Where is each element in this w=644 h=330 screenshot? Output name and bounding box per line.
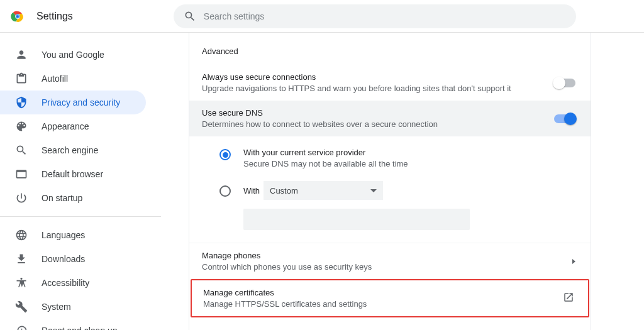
secure-dns-title: Use secure DNS xyxy=(202,108,438,118)
sidebar-item-label: Autofill xyxy=(42,74,68,84)
sidebar-item-label: Default browser xyxy=(42,169,103,179)
palette-icon xyxy=(15,120,28,133)
sidebar-item-appearance[interactable]: Appearance xyxy=(0,114,146,138)
sidebar-item-label: Languages xyxy=(42,230,85,240)
secure-connections-title: Always use secure connections xyxy=(202,72,511,82)
sidebar-item-label: Appearance xyxy=(42,121,89,131)
row-manage-phones[interactable]: Manage phones Control which phones you u… xyxy=(189,243,591,279)
dns-opt1-subtitle: Secure DNS may not be available all the … xyxy=(243,159,408,168)
search-icon xyxy=(15,144,28,157)
sidebar-item-label: Accessibility xyxy=(42,278,89,288)
wrench-icon xyxy=(15,300,28,313)
manage-phones-subtitle: Control which phones you use as security… xyxy=(202,262,372,272)
sidebar-item-system[interactable]: System xyxy=(0,295,146,319)
main-panel: Advanced Always use secure connections U… xyxy=(189,33,591,330)
sidebar-item-on-startup[interactable]: On startup xyxy=(0,186,146,210)
search-icon xyxy=(184,10,196,23)
open-external-icon xyxy=(563,292,574,305)
sidebar-item-search-engine[interactable]: Search engine xyxy=(0,138,146,162)
secure-dns-toggle[interactable] xyxy=(554,114,575,123)
sidebar-item-default-browser[interactable]: Default browser xyxy=(0,162,146,186)
radio-icon[interactable] xyxy=(219,185,231,197)
sidebar-item-label: You and Google xyxy=(42,50,104,60)
sidebar-item-privacy[interactable]: Privacy and security xyxy=(0,91,146,114)
sidebar-item-label: Privacy and security xyxy=(42,97,120,107)
section-advanced-heading: Advanced xyxy=(189,33,591,65)
dns-custom-input[interactable] xyxy=(243,209,470,230)
manage-certs-title: Manage certificates xyxy=(203,288,367,297)
sidebar-item-label: Reset and clean up xyxy=(42,326,118,330)
browser-icon xyxy=(15,168,28,180)
chevron-down-icon xyxy=(370,189,377,192)
sidebar-item-label: On startup xyxy=(42,193,82,203)
sidebar-divider xyxy=(0,216,161,217)
globe-icon xyxy=(15,229,28,241)
dns-dropdown-value: Custom xyxy=(270,186,298,195)
power-icon xyxy=(15,192,28,204)
row-manage-certificates[interactable]: Manage certificates Manage HTTPS/SSL cer… xyxy=(191,279,589,317)
download-icon xyxy=(15,253,28,265)
dns-opt2-title: With xyxy=(243,186,260,195)
shield-icon xyxy=(15,96,28,109)
sidebar-item-you-and-google[interactable]: You and Google xyxy=(0,43,146,67)
search-box[interactable] xyxy=(174,4,576,28)
person-icon xyxy=(15,48,28,61)
radio-icon[interactable] xyxy=(219,149,231,160)
sidebar-item-label: System xyxy=(42,302,71,312)
row-secure-connections: Always use secure connections Upgrade na… xyxy=(189,65,591,101)
manage-certs-subtitle: Manage HTTPS/SSL certificates and settin… xyxy=(203,299,367,309)
manage-phones-title: Manage phones xyxy=(202,251,372,260)
sidebar-item-downloads[interactable]: Downloads xyxy=(0,247,146,271)
chevron-right-icon xyxy=(572,259,575,264)
sidebar-item-label: Search engine xyxy=(42,145,98,155)
sidebar: You and Google Autofill Privacy and secu… xyxy=(0,33,161,330)
secure-connections-subtitle: Upgrade navigations to HTTPS and warn yo… xyxy=(202,84,511,93)
svg-point-3 xyxy=(16,15,19,18)
dns-option-current-provider[interactable]: With your current service provider Secur… xyxy=(219,141,578,175)
accessibility-icon xyxy=(15,277,28,289)
sidebar-item-accessibility[interactable]: Accessibility xyxy=(0,271,146,295)
secure-dns-options: With your current service provider Secur… xyxy=(189,136,591,243)
sidebar-item-label: Downloads xyxy=(42,254,85,264)
search-input[interactable] xyxy=(204,11,566,21)
dns-option-custom[interactable]: With Custom xyxy=(219,175,578,206)
row-secure-dns: Use secure DNS Determines how to connect… xyxy=(189,101,591,136)
page-title: Settings xyxy=(36,11,73,22)
sidebar-item-languages[interactable]: Languages xyxy=(0,223,146,247)
secure-connections-toggle[interactable] xyxy=(554,79,575,87)
chrome-logo-icon xyxy=(10,9,25,24)
restore-icon xyxy=(15,324,28,330)
clipboard-icon xyxy=(15,72,28,85)
header: Settings xyxy=(0,0,644,33)
sidebar-item-reset[interactable]: Reset and clean up xyxy=(0,319,146,330)
dns-provider-dropdown[interactable]: Custom xyxy=(264,181,383,200)
secure-dns-subtitle: Determines how to connect to websites ov… xyxy=(202,119,438,129)
dns-opt1-title: With your current service provider xyxy=(243,148,408,157)
sidebar-item-autofill[interactable]: Autofill xyxy=(0,67,146,91)
